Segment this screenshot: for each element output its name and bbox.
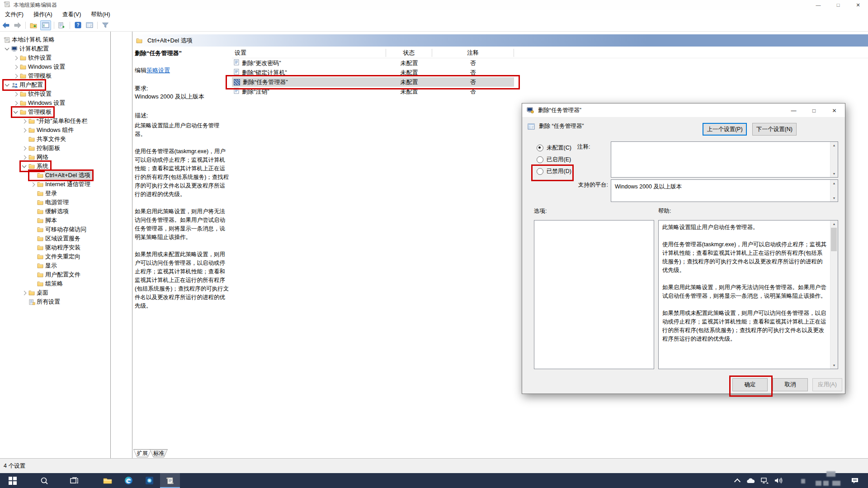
radio-button[interactable] <box>537 168 543 175</box>
menu-item[interactable]: 查看(V) <box>57 11 86 19</box>
supported-platform-box[interactable]: Windows 2000 及以上版本 ▲▼ <box>611 179 838 202</box>
network-icon[interactable] <box>758 473 771 488</box>
previous-setting-button[interactable]: 上一个设置(P) <box>703 123 747 136</box>
back-icon[interactable] <box>1 21 11 30</box>
collapse-icon[interactable] <box>4 48 11 50</box>
new-window-icon[interactable] <box>85 21 94 30</box>
radio-button[interactable] <box>537 156 543 163</box>
menu-item[interactable]: 帮助(H) <box>86 11 115 19</box>
app-blue-icon[interactable] <box>139 473 159 488</box>
tree-item[interactable]: Internet 通信管理 <box>0 180 110 189</box>
tree-item[interactable]: 软件设置 <box>0 89 110 99</box>
expand-icon[interactable] <box>29 183 37 186</box>
tab-extended[interactable]: 扩展 <box>133 449 151 457</box>
export-list-icon[interactable] <box>57 21 67 30</box>
column-header-status[interactable]: 状态 <box>386 49 432 57</box>
collapse-icon[interactable] <box>4 84 11 86</box>
tree-item[interactable]: 所有设置 <box>0 297 110 306</box>
tree-item[interactable]: Windows 设置 <box>0 99 110 108</box>
policy-settings-link[interactable]: 策略设置 <box>146 67 170 74</box>
edge-icon[interactable] <box>118 473 138 488</box>
tree-item[interactable]: 驱动程序安装 <box>0 243 110 252</box>
radio-not-configured[interactable]: 未配置(C) <box>537 144 571 152</box>
tree-item[interactable]: 用户配置文件 <box>0 270 110 279</box>
column-header-setting[interactable]: 设置 <box>232 49 386 57</box>
expand-icon[interactable] <box>21 147 28 150</box>
tree-item[interactable]: 电源管理 <box>0 198 110 207</box>
tree-item[interactable]: 本地计算机 策略 <box>0 35 110 44</box>
next-setting-button[interactable]: 下一个设置(N) <box>752 123 797 136</box>
tree-item[interactable]: “开始”菜单和任务栏 <box>0 117 110 126</box>
volume-icon[interactable] <box>771 473 785 488</box>
menu-item[interactable]: 操作(A) <box>28 11 57 19</box>
forward-icon[interactable] <box>13 21 23 30</box>
tree-item[interactable]: 文件夹重定向 <box>0 252 110 261</box>
close-button[interactable]: ✕ <box>848 0 868 10</box>
tray-chevron-up-icon[interactable] <box>731 473 744 488</box>
tree-item[interactable]: 桌面 <box>0 288 110 297</box>
settings-row[interactable]: 删除“任务管理器”未配置否 <box>232 77 514 87</box>
tree-item[interactable]: Windows 组件 <box>0 126 110 135</box>
ok-button[interactable]: 确定 <box>732 378 768 391</box>
expand-icon[interactable] <box>21 120 28 123</box>
settings-row[interactable]: 删除“注销”未配置否 <box>232 87 514 96</box>
filter-icon[interactable] <box>100 21 110 30</box>
expand-icon[interactable] <box>12 56 20 60</box>
collapse-icon[interactable] <box>21 165 28 167</box>
tree-item[interactable]: 网络 <box>0 153 110 162</box>
cancel-button[interactable]: 取消 <box>773 378 808 391</box>
tree-item[interactable]: 软件设置 <box>0 53 110 62</box>
expand-icon[interactable] <box>12 102 20 105</box>
help-icon[interactable]: ? <box>73 21 83 30</box>
tree-item[interactable]: 控制面板 <box>0 144 110 153</box>
dialog-close-button[interactable]: ✕ <box>824 104 844 117</box>
start-button[interactable] <box>3 473 23 488</box>
action-center-icon[interactable] <box>848 473 862 488</box>
console-tree-toggle-icon[interactable] <box>40 20 51 30</box>
tree-item[interactable]: Ctrl+Alt+Del 选项 <box>0 171 110 180</box>
tree-item[interactable]: 组策略 <box>0 279 110 288</box>
settings-row[interactable]: 删除“更改密码”未配置否 <box>232 58 514 68</box>
file-explorer-icon[interactable] <box>98 473 118 488</box>
search-icon[interactable] <box>34 473 54 488</box>
tree-item[interactable]: 共享文件夹 <box>0 135 110 144</box>
up-folder-icon[interactable] <box>28 21 38 30</box>
help-box[interactable]: 此策略设置阻止用户启动任务管理器。使用任务管理器(taskmgr.exe)，用户… <box>658 220 838 369</box>
expand-icon[interactable] <box>21 156 28 159</box>
settings-row[interactable]: 删除“锁定计算机”未配置否 <box>232 68 514 77</box>
tree-item[interactable]: 用户配置 <box>0 80 110 89</box>
tree-item[interactable]: 区域设置服务 <box>0 234 110 243</box>
radio-disabled[interactable]: 已禁用(D) <box>537 168 571 175</box>
expand-icon[interactable] <box>12 75 20 78</box>
tree-item[interactable]: 脚本 <box>0 216 110 225</box>
platform-scrollbar[interactable]: ▲▼ <box>830 180 838 202</box>
options-box[interactable] <box>534 220 654 369</box>
radio-enabled[interactable]: 已启用(E) <box>537 156 571 164</box>
tree-item[interactable]: Windows 设置 <box>0 62 110 71</box>
tree-item[interactable]: 缓解选项 <box>0 207 110 216</box>
task-view-icon[interactable] <box>64 473 84 488</box>
tree-item[interactable]: 管理模板 <box>0 71 110 80</box>
tree-item[interactable]: 计算机配置 <box>0 44 110 53</box>
menu-item[interactable]: 文件(F) <box>0 11 28 19</box>
tree-item[interactable]: 系统 <box>0 162 110 171</box>
expand-icon[interactable] <box>21 129 28 132</box>
apply-button[interactable]: 应用(A) <box>812 378 842 391</box>
dialog-maximize-button[interactable]: □ <box>804 104 824 117</box>
comment-scrollbar[interactable]: ▲▼ <box>830 142 838 177</box>
dialog-minimize-button[interactable]: — <box>783 104 804 117</box>
tree-item[interactable]: 可移动存储访问 <box>0 225 110 234</box>
help-scrollbar[interactable]: ▲▼ <box>830 221 838 369</box>
minimize-button[interactable]: — <box>808 0 828 10</box>
column-header-comment[interactable]: 注释 <box>432 49 514 57</box>
radio-button[interactable] <box>537 145 543 151</box>
collapse-icon[interactable] <box>12 111 20 113</box>
expand-icon[interactable] <box>12 93 20 96</box>
onedrive-cloud-icon[interactable] <box>744 473 758 488</box>
gpedit-active-icon[interactable] <box>160 473 180 488</box>
expand-icon[interactable] <box>12 66 20 69</box>
maximize-button[interactable]: □ <box>828 0 848 10</box>
tree-item[interactable]: 显示 <box>0 261 110 270</box>
comment-textarea[interactable]: ▲▼ <box>611 141 838 178</box>
tree-item[interactable]: 管理模板 <box>0 108 110 117</box>
